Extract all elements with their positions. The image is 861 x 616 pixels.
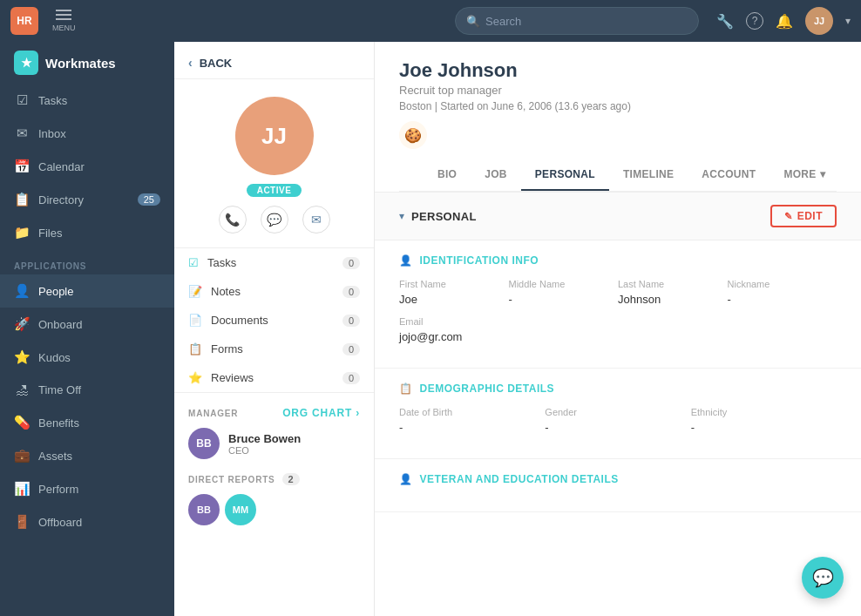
manager-title: MANAGER Org chart ›	[188, 407, 360, 419]
documents-count: 0	[342, 315, 360, 327]
notes-label: Notes	[211, 285, 342, 298]
sidebar-item-workmates[interactable]: ★ Workmates	[0, 42, 174, 84]
contact-icons: 📞 💬 ✉	[219, 206, 330, 234]
email-label: Email	[399, 316, 837, 327]
email-field: Email jojo@gr.com	[399, 316, 837, 354]
tab-more[interactable]: MORE ▾	[769, 159, 839, 191]
profile-badge-cookie: 🍪	[399, 121, 427, 149]
sidebar-item-directory[interactable]: 📋 Directory 25	[0, 183, 174, 216]
avatar: JJ	[235, 97, 314, 175]
hr-logo[interactable]: HR	[10, 7, 38, 35]
notes-count: 0	[342, 286, 360, 298]
sidebar-item-label: Perform	[38, 483, 78, 496]
sidebar-item-timeoff[interactable]: 🏖 Time Off	[0, 374, 174, 406]
org-chart-link[interactable]: Org chart ›	[282, 407, 360, 419]
timeoff-icon: 🏖	[14, 382, 30, 397]
identification-grid: First Name Joe Middle Name - Last Name J…	[399, 279, 837, 316]
forms-count: 0	[342, 343, 360, 355]
back-arrow-icon: ‹	[188, 56, 193, 70]
search-bar[interactable]: 🔍	[455, 7, 699, 35]
user-avatar[interactable]: JJ	[805, 7, 833, 35]
sidebar-item-label: Onboard	[38, 318, 83, 331]
sidebar-item-calendar[interactable]: 📅 Calendar	[0, 150, 174, 183]
onboard-icon: 🚀	[14, 316, 30, 332]
people-icon: 👤	[14, 283, 30, 299]
sidebar-item-onboard[interactable]: 🚀 Onboard	[0, 308, 174, 341]
section-toggle-icon[interactable]: ▾	[399, 210, 404, 222]
profile-job-title: Recruit top manager	[399, 84, 837, 97]
chevron-down-icon: ▾	[820, 168, 825, 180]
assets-icon: 💼	[14, 448, 30, 464]
tasks-label: Tasks	[207, 256, 342, 269]
profile-location: Boston | Started on June 6, 2006 (13.6 y…	[399, 100, 837, 112]
tab-personal[interactable]: PERSONAL	[521, 159, 609, 191]
dr-avatar-bb[interactable]: BB	[188, 494, 220, 525]
personal-content: ▾ PERSONAL ✎ EDIT 👤 IDENTIFICATION INFO	[375, 193, 861, 616]
back-button[interactable]: ‹ BACK	[174, 42, 374, 79]
sidebar-item-files[interactable]: 📁 Files	[0, 216, 174, 249]
sidebar-item-inbox[interactable]: ✉ Inbox	[0, 117, 174, 150]
sidebar-item-kudos[interactable]: ⭐ Kudos	[0, 341, 174, 374]
gender-field: Gender -	[545, 407, 690, 444]
dr-avatar-mm[interactable]: MM	[225, 494, 256, 525]
profile-badges: 🍪	[399, 121, 837, 149]
tools-icon[interactable]: 🔧	[716, 13, 734, 30]
left-reviews[interactable]: ⭐ Reviews 0	[174, 363, 374, 392]
inbox-icon: ✉	[14, 125, 30, 141]
menu-button[interactable]: MENU	[45, 6, 83, 36]
nickname-label: Nickname	[728, 279, 837, 289]
first-name-value: Joe	[399, 293, 509, 306]
phone-icon[interactable]: 📞	[219, 206, 247, 234]
bell-icon[interactable]: 🔔	[776, 13, 793, 30]
chevron-down-icon[interactable]: ▾	[845, 15, 851, 27]
manager-avatar[interactable]: BB	[188, 428, 220, 459]
section-header-left: ▾ PERSONAL	[399, 210, 477, 223]
sidebar-item-label: Inbox	[38, 127, 66, 140]
email-icon[interactable]: ✉	[302, 206, 330, 234]
sidebar-item-assets[interactable]: 💼 Assets	[0, 439, 174, 472]
direct-reports-count: 2	[282, 473, 301, 485]
middle-name-value: -	[509, 293, 619, 306]
left-documents[interactable]: 📄 Documents 0	[174, 306, 374, 335]
profile-tabs: BIO JOB PERSONAL TIMELINE ACCOUNT MORE ▾	[399, 159, 837, 192]
ethnicity-label: Ethnicity	[691, 407, 837, 417]
chat-bubble-icon: 💬	[812, 567, 834, 588]
manager-role: CEO	[228, 445, 301, 456]
section-title: PERSONAL	[411, 210, 477, 223]
email-value: jojo@gr.com	[399, 330, 837, 343]
left-notes[interactable]: 📝 Notes 0	[174, 277, 374, 306]
tab-account[interactable]: ACCOUNT	[688, 159, 769, 191]
menu-label: MENU	[52, 24, 76, 32]
demographic-section: 📋 DEMOGRAPHIC DETAILS Date of Birth - Ge…	[375, 369, 861, 459]
status-badge: ACTIVE	[247, 184, 302, 197]
content-area: ‹ BACK JJ ACTIVE 📞 💬 ✉ ☑	[174, 42, 861, 616]
chat-bubble[interactable]: 💬	[802, 557, 844, 599]
left-tasks[interactable]: ☑ Tasks 0	[174, 248, 374, 277]
direct-reports-section: DIRECT REPORTS 2 BB MM	[174, 473, 374, 539]
edit-button[interactable]: ✎ EDIT	[770, 205, 837, 227]
benefits-icon: 💊	[14, 415, 30, 430]
help-icon[interactable]: ?	[746, 12, 763, 30]
tab-bio[interactable]: BIO	[424, 159, 471, 191]
edit-label: EDIT	[797, 210, 823, 222]
sidebar-item-label: Time Off	[38, 383, 81, 396]
left-forms[interactable]: 📋 Forms 0	[174, 335, 374, 363]
sidebar-item-tasks[interactable]: ☑ Tasks	[0, 84, 174, 117]
directory-icon: 📋	[14, 192, 30, 207]
tab-job[interactable]: JOB	[471, 159, 521, 191]
dob-value: -	[399, 421, 545, 434]
sidebar-item-people[interactable]: 👤 People	[0, 274, 174, 308]
chat-icon[interactable]: 💬	[261, 206, 288, 234]
tab-timeline[interactable]: TIMELINE	[609, 159, 688, 191]
reviews-count: 0	[342, 372, 360, 384]
sidebar-item-label: Benefits	[38, 416, 79, 430]
veteran-section: 👤 VETERAN AND EDUCATION DETAILS	[375, 459, 861, 512]
search-input[interactable]	[485, 15, 688, 28]
tasks-count: 0	[342, 257, 360, 269]
sidebar-item-label: Kudos	[38, 351, 71, 364]
sidebar-item-benefits[interactable]: 💊 Benefits	[0, 406, 174, 439]
veteran-title: 👤 VETERAN AND EDUCATION DETAILS	[399, 473, 837, 485]
dob-label: Date of Birth	[399, 407, 545, 417]
sidebar-item-perform[interactable]: 📊 Perform	[0, 472, 174, 505]
sidebar-item-offboard[interactable]: 🚪 Offboard	[0, 505, 174, 538]
